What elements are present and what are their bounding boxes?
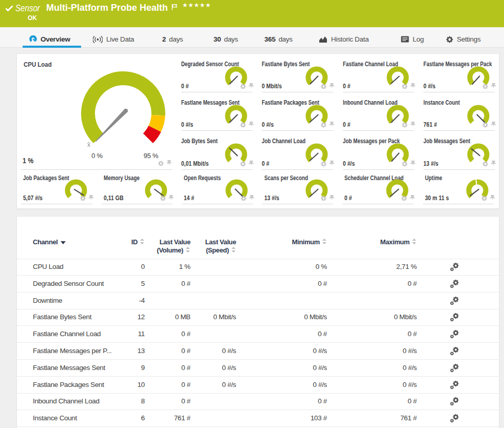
tab-2-days[interactable]: 2days — [162, 35, 183, 43]
channel-settings[interactable] — [450, 279, 459, 291]
tab-historic-data[interactable]: Historic Data — [319, 35, 369, 43]
sort-toggle-icon[interactable] — [140, 239, 145, 244]
channel-settings-gears-icon[interactable] — [450, 329, 459, 339]
channel-settings-gears-icon[interactable] — [450, 414, 459, 423]
channel-settings-gears-icon[interactable] — [450, 363, 459, 373]
column-header-minimum[interactable]: Minimum — [292, 238, 327, 246]
pin-icon[interactable] — [248, 83, 254, 89]
gear-icon[interactable] — [158, 161, 164, 166]
tile-actions — [160, 195, 174, 201]
tab-live-data[interactable]: Live Data — [93, 35, 134, 43]
gauge-value: 14 # — [184, 194, 194, 202]
pin-icon[interactable] — [491, 161, 496, 167]
channel-settings-gears-icon[interactable] — [450, 296, 459, 306]
channel-settings[interactable] — [450, 313, 459, 324]
gear-icon[interactable] — [482, 161, 488, 167]
gauge-tile-fastlane-messages-sent: Fastlane Messages Sent0 #/s — [177, 92, 258, 131]
pin-icon[interactable] — [410, 161, 416, 167]
pin-icon[interactable] — [249, 195, 255, 201]
column-header-last-value[interactable]: Last Value(Volume) — [157, 238, 190, 254]
tile-actions — [321, 161, 335, 167]
channel-settings-gears-icon[interactable] — [450, 279, 459, 289]
pin-icon[interactable] — [490, 195, 495, 201]
gear-icon[interactable] — [402, 122, 408, 128]
pin-icon[interactable] — [166, 160, 172, 166]
column-header-maximum[interactable]: Maximum — [380, 238, 417, 246]
tab-number: 365 — [264, 35, 276, 43]
gear-icon[interactable] — [482, 84, 488, 89]
sensor-status-header: Sensor Multi-Platform Probe Health ★★★★★… — [0, 0, 504, 27]
column-label: Channel — [33, 238, 57, 246]
pin-icon[interactable] — [248, 161, 254, 167]
column-header-last-value[interactable]: Last Value(Speed) — [205, 238, 236, 254]
channel-settings[interactable] — [450, 296, 459, 308]
gauge-tile-job-channel-load: Job Channel Load0 # — [258, 131, 338, 170]
tab-365-days[interactable]: 365days — [264, 35, 293, 43]
tab-30-days[interactable]: 30days — [214, 35, 238, 43]
pin-icon[interactable] — [329, 161, 335, 167]
channel-settings[interactable] — [450, 414, 459, 425]
pin-icon[interactable] — [491, 83, 496, 89]
column-header-id[interactable]: ID — [131, 238, 145, 246]
sort-toggle-icon[interactable] — [186, 247, 190, 252]
channel-settings-gears-icon[interactable] — [450, 397, 459, 406]
channel-row-instance-count: Instance Count6761 #103 #761 # — [17, 410, 499, 427]
gear-icon[interactable] — [481, 196, 487, 201]
pin-icon[interactable] — [410, 195, 415, 201]
gauge-title: Job Bytes Sent — [181, 138, 218, 145]
gear-icon[interactable] — [240, 122, 246, 128]
tab-label: days — [224, 35, 238, 43]
channel-settings[interactable] — [450, 329, 459, 341]
gear-icon[interactable] — [321, 196, 326, 201]
gear-icon[interactable] — [321, 84, 326, 89]
tab-label: Settings — [457, 35, 480, 43]
pin-icon[interactable] — [410, 122, 416, 128]
gauge-needle — [392, 153, 399, 161]
gear-icon[interactable] — [482, 122, 488, 128]
pin-icon[interactable] — [248, 122, 254, 128]
channel-name: Fastlane Messages Sent — [33, 360, 105, 376]
gear-icon[interactable] — [321, 122, 326, 128]
gear-icon[interactable] — [240, 84, 246, 89]
priority-stars[interactable]: ★★★★★ — [182, 2, 211, 9]
gear-icon[interactable] — [241, 196, 246, 201]
sensor-status-text: OK — [28, 14, 37, 22]
gear-icon[interactable] — [240, 161, 246, 167]
channel-settings[interactable] — [450, 397, 459, 408]
pin-icon[interactable] — [410, 83, 416, 89]
channel-cell: 0 # — [181, 360, 190, 376]
channel-settings-gears-icon[interactable] — [450, 380, 459, 390]
gear-icon[interactable] — [402, 161, 408, 167]
gear-icon[interactable] — [80, 196, 86, 201]
channel-settings[interactable] — [450, 380, 459, 392]
channel-settings[interactable] — [450, 262, 459, 274]
sort-toggle-icon[interactable] — [412, 239, 417, 244]
gauge-value: 761 # — [423, 121, 437, 128]
column-label: Last Value — [205, 238, 236, 246]
pin-icon[interactable] — [88, 195, 94, 201]
sort-toggle-icon[interactable] — [322, 239, 327, 244]
gear-icon[interactable] — [401, 196, 407, 201]
pin-icon[interactable] — [168, 195, 174, 201]
column-header-channel[interactable]: Channel — [33, 238, 66, 246]
gauge-value: 0,11 GB — [104, 194, 124, 202]
tab-log[interactable]: Log — [401, 35, 424, 43]
channel-settings-gears-icon[interactable] — [450, 346, 459, 356]
channel-settings-gears-icon[interactable] — [450, 262, 459, 272]
gear-icon[interactable] — [160, 196, 166, 201]
sort-toggle-icon[interactable] — [231, 247, 236, 252]
tile-actions — [80, 195, 94, 201]
pin-icon[interactable] — [329, 83, 335, 89]
pin-icon[interactable] — [329, 195, 335, 201]
pin-icon[interactable] — [329, 122, 335, 128]
channel-settings[interactable] — [450, 363, 459, 375]
tab-overview[interactable]: Overview — [29, 35, 70, 43]
channel-cell: 0 MB — [175, 309, 190, 325]
gear-icon[interactable] — [321, 161, 326, 167]
channel-settings-gears-icon[interactable] — [450, 313, 459, 322]
gear-icon[interactable] — [402, 84, 408, 89]
tab-settings[interactable]: Settings — [446, 35, 480, 43]
pin-icon[interactable] — [491, 122, 496, 128]
channel-settings[interactable] — [450, 346, 459, 358]
flag-icon[interactable] — [171, 3, 178, 12]
